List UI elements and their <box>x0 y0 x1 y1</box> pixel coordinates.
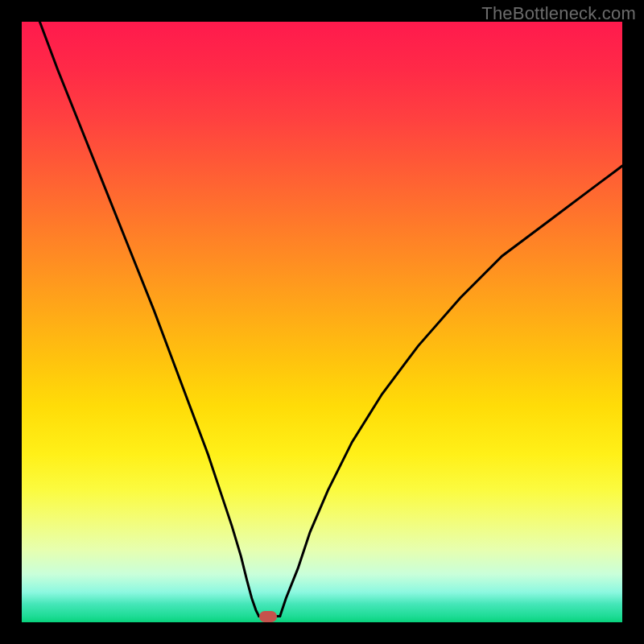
curve-right <box>280 166 622 617</box>
curve-left <box>39 22 258 617</box>
optimal-marker <box>259 611 277 622</box>
bottleneck-curve <box>22 22 622 622</box>
chart-frame: TheBottleneck.com <box>0 0 644 644</box>
plot-area <box>22 22 622 622</box>
